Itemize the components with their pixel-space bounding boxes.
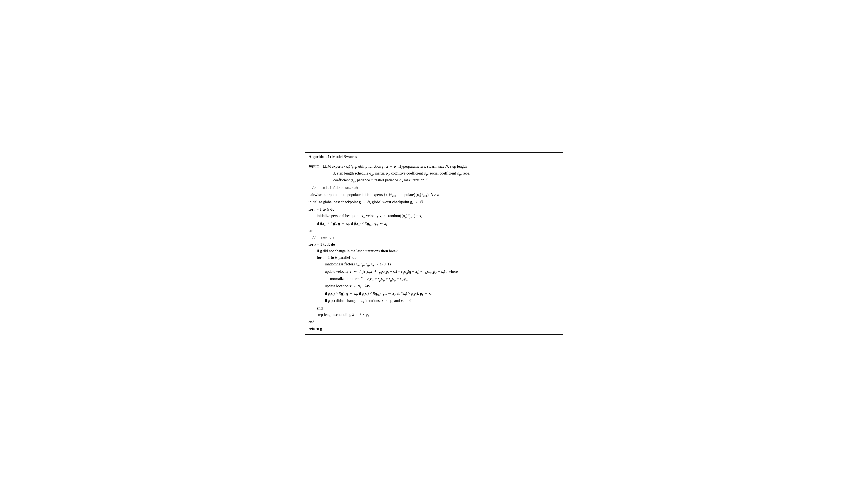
for-loop-2-body: if g did not change in the last c iterat… (312, 248, 559, 319)
line-init-personal: initialize personal best pi ← xi, veloci… (317, 213, 559, 220)
algorithm-box: Algorithm 1: Model Swarms Input: LLM exp… (305, 152, 563, 335)
for-loop-3-head: for i = 1 to N parallel† do (317, 254, 559, 261)
for-loop-1-head: for i = 1 to N do (309, 206, 559, 213)
comment-initialize: // initialize search (312, 185, 559, 191)
line-if-restart: if f(pi) didn't change in cr iterations,… (325, 298, 559, 305)
line-update-velocity: update velocity vi ← 1/C[rvφvvi + rpφp(p… (325, 268, 559, 276)
line-populate: pairwise interpolation to populate initi… (309, 191, 559, 199)
line-if-update: if f(xi) > f(g), g ← xi; if f(xi) < f(gw… (325, 290, 559, 298)
algorithm-title: Model Swarms (332, 154, 357, 159)
line-step-length: step length scheduling λ ← λ × φλ (317, 311, 559, 319)
line-if-break: if g did not change in the last c iterat… (317, 248, 559, 254)
end-1: end (309, 227, 559, 234)
end-3: end (317, 305, 559, 312)
comment-search: // search! (312, 235, 559, 241)
algorithm-body: Input: LLM experts {xi}ni=1, utility fun… (305, 161, 563, 335)
line-init-global: initialize global best checkpoint g ← ∅,… (309, 199, 559, 206)
for-loop-1-body: initialize personal best pi ← xi, veloci… (312, 213, 559, 227)
input-content: LLM experts {xi}ni=1, utility function f… (323, 163, 559, 184)
line-if-init: if f(xi) > f(g), g ← xi; if f(xi) < f(gw… (317, 220, 559, 227)
algorithm-label: Algorithm 1: (309, 154, 331, 159)
line-normalization: normalization term C = rvφv + rpφp + rgφ… (325, 276, 559, 283)
line-randomness: randomness factors rv, rp, rg, rw ∼ U(0,… (325, 261, 559, 268)
input-label: Input: (309, 163, 321, 170)
for-loop-2-head: for k = 1 to K do (309, 241, 559, 248)
for-loop-3-body: randomness factors rv, rp, rg, rw ∼ U(0,… (320, 261, 559, 305)
end-2: end (309, 319, 559, 325)
line-update-location: update location xi ← xi + λvi (325, 283, 559, 290)
algorithm-header: Algorithm 1: Model Swarms (305, 153, 563, 161)
return-line: return g (309, 325, 559, 332)
input-section: Input: LLM experts {xi}ni=1, utility fun… (309, 163, 559, 184)
